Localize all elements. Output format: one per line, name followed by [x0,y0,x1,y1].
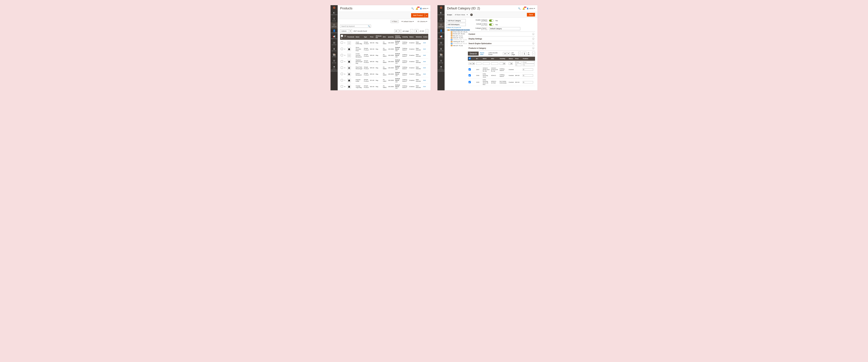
grid-select-all[interactable] [469,57,471,60]
edit-link[interactable]: Edit [423,90,428,90]
row-checkbox[interactable] [341,85,343,88]
filter-id[interactable] [476,63,482,65]
tree-node[interactable]: ▫What's New (ID: 38) (0) [450,31,466,33]
sidebar-item-dashboard[interactable]: ◐DASHBOARD [331,10,338,17]
table-row[interactable]: 1Joust Duffle BagSimple Product$34.00Bag… [340,40,428,46]
filter-any-select[interactable]: Yes [469,63,475,65]
filter-price-to[interactable] [515,64,522,66]
row-checkbox[interactable] [341,41,343,44]
grid-column-header[interactable]: Visibility [499,57,508,61]
filter-name[interactable] [483,63,490,65]
tree-node[interactable]: ▫Gear (ID: 3) (47) [450,37,466,39]
search-icon[interactable]: 🔍 [411,7,414,10]
prev-page-button[interactable]: ‹ [410,29,413,33]
grid-column-header[interactable]: Price [515,57,522,61]
column-header[interactable]: Quantity [387,34,395,40]
edit-link[interactable]: Edit [423,84,428,90]
sidebar-item-stores[interactable]: 🏬STORES [331,53,338,59]
columns-button[interactable]: ⚙Columns [416,20,428,23]
position-input[interactable] [523,74,533,77]
filter-pos-from[interactable] [523,61,534,63]
include-menu-toggle[interactable] [489,24,494,26]
grid-page-input[interactable] [523,52,526,55]
magento-logo[interactable] [331,5,338,10]
page-input[interactable] [414,29,418,33]
search-icon[interactable]: 🔍 [518,7,521,10]
magento-logo[interactable] [437,5,444,10]
sidebar-item-customers[interactable]: 👤CUSTOMERS [331,29,338,35]
row-checkbox[interactable] [341,60,343,63]
save-button[interactable]: Save [527,13,535,17]
grid-column-header[interactable]: Status [508,57,515,61]
grid-column-header[interactable]: Name [482,57,490,61]
add-product-button[interactable]: Add Product [411,13,425,18]
scope-select[interactable]: All Store Views [454,14,469,16]
sidebar-item-find-partners-extensions[interactable]: ◆FIND PARTNERS & EXTENSIONS [437,64,444,73]
grid-row[interactable]: 2046Erika Running ShortWSH12Catalog, Sea… [468,72,535,79]
grid-row[interactable]: 2045Erika Running Short-32-RedWSH12-32-R… [468,79,535,86]
grid-reset-filter[interactable]: Reset Filter [480,52,487,55]
sidebar-item-stores[interactable]: 🏬STORES [437,53,444,59]
accordion-section[interactable]: Display Settings⌄ [468,36,535,41]
table-row[interactable]: 3Crown Summit BackpackSimple Product$38.… [340,52,428,59]
column-header[interactable]: Thumbnail [346,34,355,40]
filter-pos-to[interactable] [523,64,534,66]
tree-node[interactable]: ▫Men (ID: 11) (1) [450,35,466,37]
row-checkbox[interactable] [341,48,343,50]
add-product-dropdown[interactable] [425,13,428,18]
tree-node[interactable]: ▫Collections (ID: 7) (14) [450,39,466,41]
edit-link[interactable]: Edit [423,65,428,71]
sidebar-item-sales[interactable]: $SALES [331,17,338,23]
column-header[interactable]: SKU [382,34,387,40]
sidebar-item-catalog[interactable]: ◻CATALOG [437,22,444,29]
tree-node[interactable]: ▫Training (ID: 9) (7) [450,41,466,42]
account-menu[interactable]: 👤 admin [420,8,428,9]
row-checkbox[interactable] [341,54,343,56]
grid-row-checkbox[interactable] [469,74,471,77]
filters-button[interactable]: ▾Filters [391,20,399,23]
notifications-icon[interactable]: 🔔13 [522,7,525,10]
column-header[interactable]: Attribute Set [375,34,382,40]
notifications-icon[interactable]: 🔔13 [415,7,418,10]
sidebar-item-catalog[interactable]: ◻CATALOG [331,22,338,29]
column-header[interactable]: Salable Quantity [395,34,402,40]
add-root-category-button[interactable]: Add Root Category [446,19,466,22]
column-header[interactable]: Name [355,34,363,40]
edit-link[interactable]: Edit [423,71,428,77]
category-name-input[interactable] [489,27,520,30]
account-menu[interactable]: 👤 admin [527,8,535,9]
edit-link[interactable]: Edit [423,77,428,84]
collapse-all-link[interactable]: Collapse All [446,27,453,28]
position-input[interactable] [523,81,533,83]
sidebar-item-marketing[interactable]: 📢MARKETING [331,34,338,40]
sidebar-item-system[interactable]: ⚙SYSTEM [437,59,444,65]
grid-column-header[interactable]: SKU [490,57,499,61]
accordion-section[interactable]: Products in Category⌄ [468,46,535,51]
actions-dropdown[interactable]: Actions [340,30,352,33]
grid-row[interactable]: 2047sampLe group prod for mesampLe group… [468,67,535,72]
sidebar-item-find-partners-extensions[interactable]: ◆FIND PARTNERS & EXTENSIONS [331,64,338,73]
grid-column-header[interactable]: Position [522,57,535,61]
search-input[interactable] [340,25,371,28]
grid-search-button[interactable]: Search [468,52,478,56]
table-row[interactable]: 5Rival Field MessengerSimple Product$45.… [340,65,428,71]
grid-per-page-select[interactable]: 20 [503,52,510,55]
sidebar-item-dashboard[interactable]: ◐DASHBOARD [437,10,444,17]
grid-column-header[interactable]: ID ↑ [475,57,482,61]
edit-link[interactable]: Edit [423,59,428,65]
filter-status[interactable] [509,63,514,65]
tree-node[interactable]: ▫Women (ID: 20) (0) [450,33,466,35]
column-header[interactable]: Action [423,34,428,40]
column-header[interactable]: Visibility [402,34,409,40]
table-row[interactable]: 8Voyage Yoga BagSimple Product$32.00Bag2… [340,84,428,90]
sidebar-item-marketing[interactable]: 📢MARKETING [437,34,444,40]
row-checkbox[interactable] [341,73,343,75]
grid-row-checkbox[interactable] [469,81,471,83]
sidebar-item-reports[interactable]: ▮REPORTS [331,47,338,53]
add-subcategory-button[interactable]: Add Subcategory [446,23,466,26]
filter-sku[interactable] [491,63,498,65]
sidebar-item-customers[interactable]: 👤CUSTOMERS [437,29,444,35]
position-input[interactable] [523,68,533,71]
column-header[interactable]: Price [369,34,375,40]
table-row[interactable]: 9Compete Track ToteSimple Product$32.00B… [340,90,428,90]
